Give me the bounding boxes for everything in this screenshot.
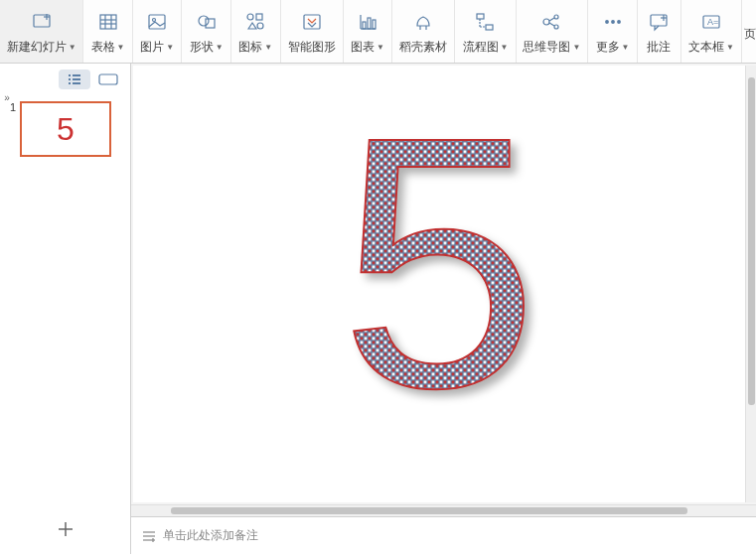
flowchart-icon xyxy=(472,9,498,35)
icon-label: 图标 xyxy=(238,39,262,56)
image-icon xyxy=(144,9,170,35)
toolbar: 新建幻灯片▼ 表格▼ 图片▼ 形状▼ 图标▼ 智能图形 图表▼ xyxy=(0,0,756,64)
new-slide-icon xyxy=(29,9,55,35)
svg-point-35 xyxy=(617,21,620,24)
smartart-icon xyxy=(299,9,325,35)
chart-button[interactable]: 图表▼ xyxy=(344,0,393,63)
shape-button[interactable]: 形状▼ xyxy=(182,0,231,63)
chevron-down-icon: ▼ xyxy=(264,43,272,52)
bottom-bar: 单击此处添加备注 xyxy=(0,504,756,554)
horizontal-scrollbar-thumb[interactable] xyxy=(171,507,687,514)
header-footer-button[interactable]: 页 xyxy=(742,0,756,63)
more-label: 更多 xyxy=(596,39,620,56)
slide-thumbnail-1[interactable]: 5 xyxy=(20,101,111,157)
svg-rect-25 xyxy=(486,25,493,30)
svg-point-34 xyxy=(611,21,614,24)
vertical-scrollbar-thumb[interactable] xyxy=(748,77,755,405)
new-slide-label: 新建幻灯片 xyxy=(7,39,67,56)
chevron-down-icon: ▼ xyxy=(622,43,630,52)
image-button[interactable]: 图片▼ xyxy=(133,0,183,63)
shape-icon xyxy=(194,9,220,35)
svg-rect-8 xyxy=(149,15,165,29)
mindmap-label: 思维导图 xyxy=(523,39,570,56)
notes-icon xyxy=(141,529,157,543)
slide-thumb-row: 1 5 xyxy=(6,101,124,157)
table-label: 表格 xyxy=(91,39,115,56)
textbox-button[interactable]: A= 文本框▼ xyxy=(681,0,742,63)
thumbnail-view-button[interactable] xyxy=(92,69,124,89)
notes-placeholder: 单击此处添加备注 xyxy=(163,527,258,544)
chevron-down-icon: ▼ xyxy=(501,43,509,52)
svg-point-15 xyxy=(257,23,263,29)
svg-point-12 xyxy=(247,14,253,20)
svg-line-32 xyxy=(549,23,554,26)
svg-rect-11 xyxy=(206,19,215,28)
mindmap-icon xyxy=(538,9,564,35)
collapse-button[interactable]: » xyxy=(0,85,14,109)
hscroll-area: 单击此处添加备注 xyxy=(131,504,756,554)
svg-point-33 xyxy=(605,21,608,24)
svg-point-30 xyxy=(554,25,558,29)
chevron-down-icon: ▼ xyxy=(117,43,125,52)
notes-bar[interactable]: 单击此处添加备注 xyxy=(131,516,756,554)
slide-canvas[interactable]: 5 xyxy=(133,66,746,502)
horizontal-scrollbar[interactable] xyxy=(131,504,756,516)
header-footer-label: 页 xyxy=(744,26,756,43)
main-area: » 1 5 xyxy=(0,64,756,504)
chevron-down-icon: ▼ xyxy=(216,43,224,52)
docer-button[interactable]: 稻壳素材 xyxy=(392,0,455,63)
textbox-icon: A= xyxy=(698,9,724,35)
new-slide-button[interactable]: 新建幻灯片▼ xyxy=(0,0,83,63)
docer-icon xyxy=(410,9,436,35)
svg-point-9 xyxy=(153,19,156,22)
docer-label: 稻壳素材 xyxy=(399,39,447,56)
canvas-area: 5 xyxy=(131,64,756,504)
smartart-button[interactable]: 智能图形 xyxy=(281,0,344,63)
chevron-down-icon: ▼ xyxy=(572,43,580,52)
icon-button[interactable]: 图标▼ xyxy=(231,0,281,63)
slide-panel: » 1 5 xyxy=(0,64,131,504)
comment-icon xyxy=(646,9,672,35)
chart-label: 图表 xyxy=(351,39,375,56)
more-icon xyxy=(600,9,626,35)
thumb-content: 5 xyxy=(57,111,75,148)
svg-rect-19 xyxy=(363,22,366,29)
textbox-label: 文本框 xyxy=(688,39,724,56)
chevron-down-icon: ▼ xyxy=(166,43,174,52)
svg-rect-3 xyxy=(100,15,116,29)
more-button[interactable]: 更多▼ xyxy=(588,0,638,63)
svg-point-10 xyxy=(199,16,209,26)
mindmap-button[interactable]: 思维导图▼ xyxy=(517,0,589,63)
svg-rect-20 xyxy=(368,18,371,29)
slide-list: 1 5 xyxy=(0,93,130,504)
svg-point-29 xyxy=(554,15,558,19)
svg-text:A=: A= xyxy=(707,17,718,27)
vertical-scrollbar[interactable] xyxy=(746,66,756,502)
svg-rect-24 xyxy=(477,14,484,19)
chevron-down-icon: ▼ xyxy=(726,43,734,52)
image-label: 图片 xyxy=(140,39,164,56)
table-icon xyxy=(95,9,121,35)
plus-icon xyxy=(55,518,76,540)
comment-button[interactable]: 批注 xyxy=(638,0,681,63)
shape-label: 形状 xyxy=(190,39,214,56)
slide-text-5[interactable]: 5 xyxy=(300,98,578,456)
svg-marker-14 xyxy=(248,23,256,29)
smartart-label: 智能图形 xyxy=(288,39,336,56)
outline-view-button[interactable] xyxy=(59,69,90,89)
comment-label: 批注 xyxy=(647,39,671,56)
add-slide-button[interactable] xyxy=(0,504,131,554)
chevron-down-icon: ▼ xyxy=(69,43,76,52)
svg-text:5: 5 xyxy=(340,98,538,456)
flowchart-button[interactable]: 流程图▼ xyxy=(455,0,516,63)
table-button[interactable]: 表格▼ xyxy=(83,0,133,63)
icons-icon xyxy=(242,9,268,35)
svg-rect-21 xyxy=(373,20,376,29)
chevron-down-icon: ▼ xyxy=(377,43,384,52)
svg-point-28 xyxy=(543,19,549,25)
view-switch xyxy=(20,66,130,93)
chevron-right-icon: » xyxy=(4,92,10,103)
chart-icon xyxy=(355,9,380,35)
svg-rect-13 xyxy=(256,14,262,20)
svg-rect-47 xyxy=(99,74,117,84)
